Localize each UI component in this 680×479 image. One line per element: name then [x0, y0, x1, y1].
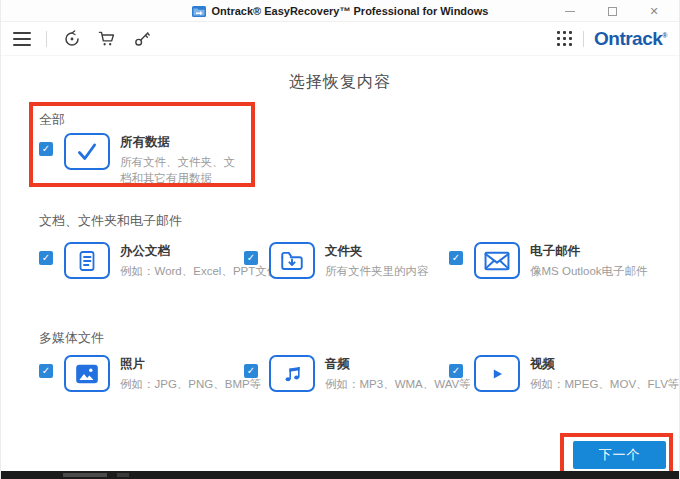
checkbox-folders[interactable]: ✓ [244, 251, 258, 265]
item-email[interactable]: ✓ 电子邮件 像MS Outlook电子邮件 [449, 242, 649, 280]
title-bar: Ontrack® EasyRecovery™ Professional for … [1, 0, 679, 22]
video-icon[interactable] [474, 355, 520, 392]
item-audio[interactable]: ✓ 音频 例如：MP3、WMA、WAV等 [244, 355, 444, 393]
item-title: 文件夹 [325, 243, 429, 260]
window-controls: ✕ [549, 0, 675, 22]
minimize-button[interactable] [549, 0, 591, 22]
item-desc: 像MS Outlook电子邮件 [530, 264, 648, 280]
item-photos[interactable]: ✓ 照片 例如：JPG、PNG、BMP等 [39, 355, 239, 393]
checkbox-all-data[interactable]: ✓ [39, 142, 53, 156]
item-title: 视频 [530, 356, 679, 373]
item-folders[interactable]: ✓ 文件夹 所有文件夹里的内容 [244, 242, 444, 280]
menu-icon[interactable] [13, 30, 31, 48]
close-button[interactable]: ✕ [633, 0, 675, 22]
item-title: 所有数据 [120, 134, 239, 151]
cart-icon[interactable] [97, 29, 117, 49]
toolbar-separator [46, 31, 47, 47]
section-label-all: 全部 [39, 111, 65, 129]
checkbox-photos[interactable]: ✓ [39, 364, 53, 378]
bottom-taskbar-strip [1, 471, 679, 479]
item-desc: 例如：JPG、PNG、BMP等 [120, 377, 261, 393]
item-office-docs[interactable]: ✓ 办公文档 例如：Word、Excel、PPT文件 [39, 242, 239, 280]
app-icon [192, 5, 206, 17]
checkbox-audio[interactable]: ✓ [244, 364, 258, 378]
item-title: 照片 [120, 356, 261, 373]
grid-icon[interactable] [557, 31, 573, 47]
folder-icon[interactable] [269, 242, 315, 279]
ontrack-logo: Ontrack® [594, 28, 667, 50]
section-label-docs: 文档、文件夹和电子邮件 [39, 212, 182, 230]
document-icon[interactable] [64, 242, 110, 279]
maximize-button[interactable] [591, 0, 633, 22]
key-icon[interactable] [132, 29, 152, 49]
check-icon[interactable] [64, 133, 110, 170]
section-label-media: 多媒体文件 [39, 329, 104, 347]
next-button[interactable]: 下一个 [573, 441, 666, 469]
item-title: 电子邮件 [530, 243, 648, 260]
audio-icon[interactable] [269, 355, 315, 392]
photo-icon[interactable] [64, 355, 110, 392]
item-desc: 所有文件、文件夹、文档和其它有用数据 [120, 155, 239, 186]
item-video[interactable]: ✓ 视频 例如：MPEG、MOV、FLV等 [449, 355, 649, 393]
toolbar-separator [583, 31, 584, 47]
window-title: Ontrack® EasyRecovery™ Professional for … [212, 5, 489, 17]
toolbar: Ontrack® [1, 23, 679, 56]
item-desc: 例如：MPEG、MOV、FLV等 [530, 377, 679, 393]
history-icon[interactable] [62, 29, 82, 49]
checkbox-email[interactable]: ✓ [449, 251, 463, 265]
email-icon[interactable] [474, 242, 520, 279]
page-title: 选择恢复内容 [1, 72, 679, 93]
item-all-data[interactable]: ✓ 所有数据 所有文件、文件夹、文档和其它有用数据 [39, 133, 239, 186]
item-desc: 所有文件夹里的内容 [325, 264, 429, 280]
checkbox-video[interactable]: ✓ [449, 364, 463, 378]
app-window: Ontrack® EasyRecovery™ Professional for … [0, 0, 680, 479]
checkbox-office-docs[interactable]: ✓ [39, 251, 53, 265]
